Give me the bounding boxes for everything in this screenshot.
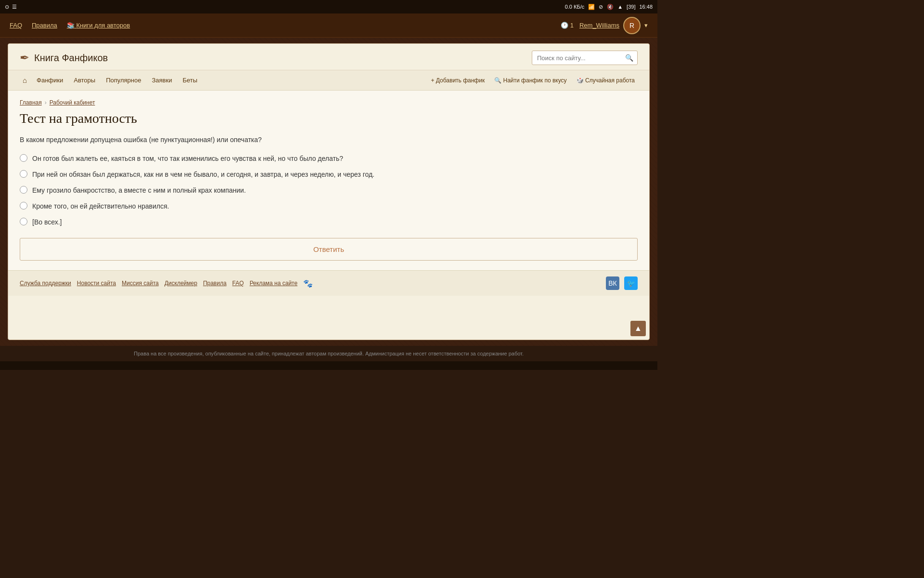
- site-nav: ⌂ Фанфики Авторы Популярное Заявки Беты …: [8, 70, 649, 91]
- search-input[interactable]: [532, 52, 621, 65]
- footer-link-news[interactable]: Новости сайта: [77, 280, 116, 287]
- time-display: 16:48: [639, 4, 653, 10]
- volume-icon: 🔇: [607, 4, 614, 10]
- scroll-to-top[interactable]: ▲: [630, 321, 646, 336]
- speed-indicator: 0.0 КБ/с: [565, 4, 585, 10]
- breadcrumb: Главная › Рабочий кабинет: [20, 99, 638, 106]
- username-link[interactable]: Rem_Williams: [579, 22, 619, 29]
- footer-links: Служба поддержки Новости сайта Миссия са…: [20, 276, 638, 290]
- find-fanfic-btn[interactable]: 🔍 Найти фанфик по вкусу: [491, 75, 569, 86]
- nav-authors[interactable]: Авторы: [70, 75, 99, 86]
- wifi-signal-icon: ▲: [617, 4, 623, 10]
- random-work-btn[interactable]: 🎲 Случайная работа: [574, 75, 638, 86]
- radio-2[interactable]: [20, 170, 27, 178]
- nav-faq-link[interactable]: FAQ: [10, 22, 22, 29]
- submit-button[interactable]: Ответить: [20, 238, 638, 261]
- quiz-option-5[interactable]: [Во всех.]: [20, 217, 638, 227]
- recents-btn[interactable]: □: [558, 364, 578, 370]
- nav-books-link[interactable]: 📚 Книги для авторов: [67, 22, 130, 29]
- search-button[interactable]: 🔍: [621, 51, 637, 65]
- quiz-option-4[interactable]: Кроме того, он ей действительно нравился…: [20, 201, 638, 211]
- radio-3[interactable]: [20, 186, 27, 194]
- nav-betas[interactable]: Беты: [179, 75, 201, 86]
- nav-rules-link[interactable]: Правила: [32, 22, 57, 29]
- home-btn[interactable]: ○: [399, 364, 418, 370]
- footer-link-disclaimer[interactable]: Дисклеймер: [165, 280, 197, 287]
- quiz-option-2[interactable]: При ней он обязан был держаться, как ни …: [20, 170, 638, 180]
- home-icon[interactable]: ⌂: [20, 74, 30, 86]
- nav-bar-left: FAQ Правила 📚 Книги для авторов: [10, 22, 130, 29]
- user-avatar[interactable]: R: [623, 17, 641, 34]
- option-text-5: [Во всех.]: [32, 217, 62, 227]
- footer-social: ВК 🐦: [606, 276, 638, 290]
- logo-icon: ✒: [20, 51, 29, 65]
- nav-actions: + Добавить фанфик 🔍 Найти фанфик по вкус…: [428, 75, 638, 86]
- footer-links-left: Служба поддержки Новости сайта Миссия са…: [20, 279, 313, 288]
- quiz-options: Он готов был жалеть ее, каяться в том, ч…: [20, 154, 638, 227]
- status-bar: ⊙ ☰ 0.0 КБ/с 📶 ⊘ 🔇 ▲ [39] 16:48: [0, 0, 657, 13]
- android-icon: ⊙: [5, 4, 9, 10]
- site-footer: Служба поддержки Новости сайта Миссия са…: [8, 270, 649, 296]
- nav-fanfics[interactable]: Фанфики: [33, 75, 67, 86]
- page-title: Тест на грамотность: [20, 111, 638, 126]
- radio-1[interactable]: [20, 154, 27, 162]
- status-bar-right: 0.0 КБ/с 📶 ⊘ 🔇 ▲ [39] 16:48: [565, 4, 653, 10]
- footer-link-ads[interactable]: Реклама на сайте: [250, 280, 298, 287]
- back-btn[interactable]: ◁: [239, 364, 258, 370]
- footer-link-faq[interactable]: FAQ: [232, 280, 244, 287]
- site-logo: ✒ Книга Фанфиков: [20, 51, 108, 65]
- wifi-icon: ⊘: [599, 4, 603, 10]
- breadcrumb-home[interactable]: Главная: [20, 99, 42, 106]
- android-bar: ⧉ ◁ ○ □: [0, 361, 657, 370]
- signal-icons: 📶: [588, 4, 595, 10]
- twitter-button[interactable]: 🐦: [624, 276, 638, 290]
- battery-icon: [39]: [627, 4, 635, 10]
- menu-icon: ☰: [12, 4, 17, 10]
- books-icon: 📚: [67, 22, 75, 29]
- top-nav-bar: FAQ Правила 📚 Книги для авторов 🕐 1 Rem_…: [0, 13, 657, 38]
- logo-text: Книга Фанфиков: [34, 53, 108, 64]
- breadcrumb-current[interactable]: Рабочий кабинет: [50, 99, 95, 106]
- nav-requests[interactable]: Заявки: [148, 75, 176, 86]
- status-bar-left: ⊙ ☰: [5, 4, 17, 10]
- windows-btn[interactable]: ⧉: [80, 364, 99, 370]
- paw-icon: 🐾: [303, 279, 313, 288]
- user-section: Rem_Williams R ▾: [579, 17, 648, 34]
- option-text-3: Ему грозило банкростство, а вместе с ним…: [32, 185, 246, 196]
- quiz-option-3[interactable]: Ему грозило банкростство, а вместе с ним…: [20, 185, 638, 196]
- quiz-option-1[interactable]: Он готов был жалеть ее, каяться в том, ч…: [20, 154, 638, 164]
- add-fanfic-btn[interactable]: + Добавить фанфик: [428, 75, 488, 86]
- option-text-2: При ней он обязан был держаться, как ни …: [32, 170, 374, 180]
- main-wrapper: ✒ Книга Фанфиков 🔍 ⌂ Фанфики Авторы Попу…: [0, 38, 657, 346]
- radio-5[interactable]: [20, 218, 27, 225]
- footer-link-mission[interactable]: Миссия сайта: [122, 280, 159, 287]
- option-text-1: Он готов был жалеть ее, каяться в том, ч…: [32, 154, 343, 164]
- nav-popular[interactable]: Популярное: [102, 75, 145, 86]
- site-header: ✒ Книга Фанфиков 🔍: [8, 44, 649, 70]
- copyright-text: Права на все произведения, опубликованны…: [134, 351, 524, 356]
- breadcrumb-separator: ›: [45, 99, 47, 106]
- footer-link-rules[interactable]: Правила: [203, 280, 227, 287]
- site-card: ✒ Книга Фанфиков 🔍 ⌂ Фанфики Авторы Попу…: [8, 43, 650, 340]
- dropdown-arrow[interactable]: ▾: [644, 22, 648, 29]
- history-icon: 🕐: [561, 22, 568, 29]
- search-box: 🔍: [532, 51, 638, 65]
- option-text-4: Кроме того, он ей действительно нравился…: [32, 201, 169, 211]
- vk-button[interactable]: ВК: [606, 276, 619, 290]
- radio-4[interactable]: [20, 202, 27, 210]
- copyright-bar: Права на все произведения, опубликованны…: [0, 346, 657, 361]
- notification-badge[interactable]: 🕐 1: [561, 22, 574, 29]
- footer-link-support[interactable]: Служба поддержки: [20, 280, 71, 287]
- quiz-question: В каком предложении допущена ошибка (не …: [20, 135, 638, 145]
- notification-count: 1: [570, 22, 574, 29]
- page-content: Главная › Рабочий кабинет Тест на грамот…: [8, 91, 649, 270]
- nav-bar-right: 🕐 1 Rem_Williams R ▾: [561, 17, 648, 34]
